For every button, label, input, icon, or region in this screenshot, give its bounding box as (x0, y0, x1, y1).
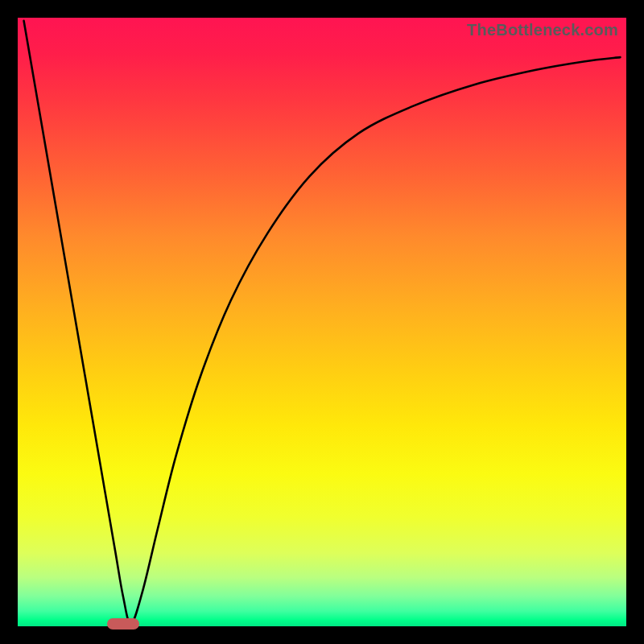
bottleneck-marker (107, 618, 139, 630)
chart-frame: TheBottleneck.com (0, 0, 644, 644)
bottleneck-curve (18, 18, 626, 626)
plot-area: TheBottleneck.com (18, 18, 626, 626)
